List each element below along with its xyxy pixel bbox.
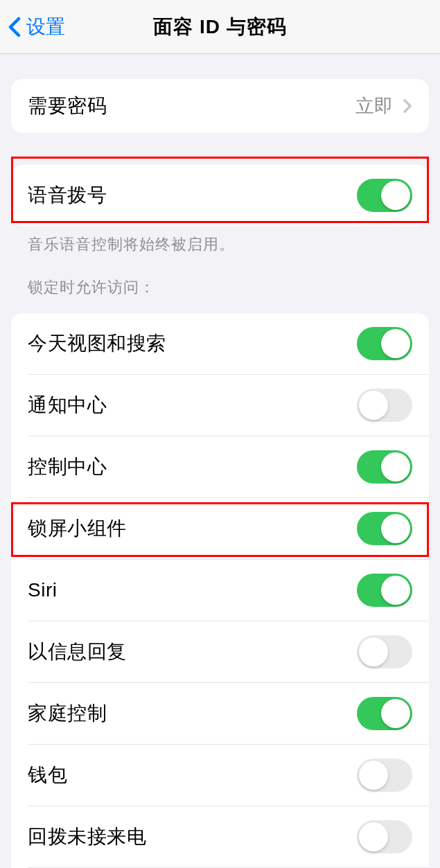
back-label: 设置: [26, 14, 65, 40]
disclosure-icon: [403, 98, 412, 114]
lock-access-label: 家庭控制: [28, 700, 107, 727]
lock-access-row: 今天视图和搜索: [11, 313, 429, 374]
require-passcode-value: 立即: [355, 94, 393, 118]
lock-access-toggle[interactable]: [357, 512, 412, 545]
lock-access-group: 今天视图和搜索通知中心控制中心锁屏小组件Siri以信息回复家庭控制钱包回拨未接来…: [11, 313, 429, 868]
voice-dial-toggle[interactable]: [357, 179, 412, 212]
lock-access-toggle[interactable]: [357, 389, 412, 422]
lock-access-label: 通知中心: [28, 392, 107, 418]
lock-access-toggle[interactable]: [357, 759, 412, 792]
lock-access-row: Siri: [28, 559, 429, 621]
lock-access-toggle[interactable]: [357, 820, 412, 853]
lock-access-row: 通知中心: [28, 374, 429, 436]
back-button[interactable]: 设置: [0, 14, 65, 40]
lock-access-label: Siri: [28, 579, 57, 601]
lock-access-label: 回拨未接来电: [28, 824, 146, 850]
page-title: 面容 ID 与密码: [153, 14, 287, 40]
lock-access-toggle[interactable]: [357, 697, 412, 730]
lock-access-label: 控制中心: [28, 454, 107, 480]
voice-dial-label: 语音拨号: [28, 182, 107, 209]
lock-access-row: 回拨未接来电: [28, 806, 429, 867]
back-chevron-icon: [8, 17, 21, 37]
voice-dial-group: 语音拨号: [11, 165, 429, 226]
lock-access-toggle[interactable]: [357, 450, 412, 484]
lock-access-row: 以信息回复: [28, 621, 429, 682]
lock-access-label: 今天视图和搜索: [28, 330, 166, 357]
lock-access-header: 锁定时允许访问：: [11, 255, 429, 306]
lock-access-row: 锁屏小组件: [28, 497, 429, 559]
lock-access-row: 钱包: [28, 744, 429, 806]
require-passcode-label: 需要密码: [28, 93, 107, 119]
voice-dial-row: 语音拨号: [11, 165, 429, 226]
lock-access-row: 控制中心: [28, 436, 429, 497]
lock-access-toggle[interactable]: [357, 574, 412, 607]
passcode-group: 需要密码 立即: [11, 79, 429, 133]
navigation-bar: 设置 面容 ID 与密码: [0, 0, 440, 54]
require-passcode-row[interactable]: 需要密码 立即: [11, 79, 429, 133]
lock-access-label: 钱包: [28, 762, 67, 788]
lock-access-row: 家庭控制: [28, 682, 429, 744]
lock-access-toggle[interactable]: [357, 327, 412, 360]
lock-access-label: 以信息回复: [28, 639, 127, 665]
lock-access-label: 锁屏小组件: [28, 515, 127, 542]
lock-access-toggle[interactable]: [357, 635, 412, 668]
voice-dial-footer: 音乐语音控制将始终被启用。: [11, 226, 429, 255]
